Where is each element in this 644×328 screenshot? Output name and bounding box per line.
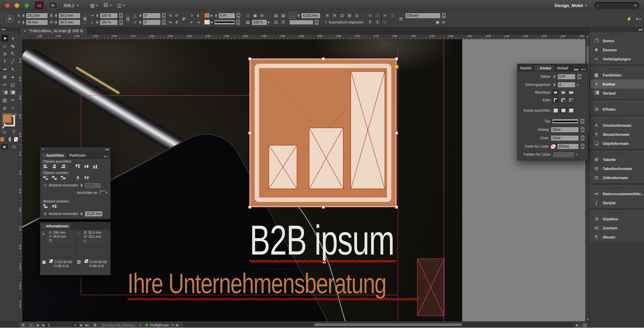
quick-apply-icon[interactable]: ⚡ (626, 16, 632, 21)
dock-item-zellenformate[interactable]: ⊡Zellenformate (590, 173, 644, 182)
rotation-field[interactable]: 0° (143, 13, 161, 18)
selection-handle[interactable] (248, 131, 251, 134)
clear-overrides-icon[interactable]: ▣ (435, 20, 440, 25)
object-shadow-button[interactable]: ▣ (252, 12, 258, 18)
horizontal-scroll-thumb[interactable] (314, 323, 462, 326)
tool-note-tool[interactable]: ▤ (1, 97, 8, 103)
tool-gradient-tool[interactable] (1, 89, 8, 96)
wrap-options-icon[interactable]: ⿓ (398, 16, 404, 21)
tool-free-transform-tool[interactable]: ◱ (9, 81, 16, 88)
formatting-affects-container-button[interactable]: ▢ (1, 129, 8, 135)
gap-color-swatch[interactable] (551, 144, 556, 149)
dock-item-absatzformate[interactable]: ¶Absatzformate (590, 130, 644, 139)
dock-item-seiten[interactable]: ❐Seiten (590, 36, 644, 45)
apply-none-button[interactable] (14, 137, 18, 142)
gap-color-dd[interactable] (580, 143, 585, 150)
stroke-weight-stepper[interactable] (214, 13, 218, 18)
rotate-ccw-icon[interactable]: ↺ (174, 13, 179, 18)
weight-field[interactable]: 5 Pt (557, 74, 576, 79)
scroll-right-icon[interactable]: ▶ (575, 324, 579, 327)
width-stepper[interactable] (54, 13, 58, 18)
stroke-type-field[interactable] (552, 119, 579, 124)
flip-horizontal-icon[interactable]: ⇋ (168, 20, 173, 25)
logo-bar-1[interactable] (268, 145, 297, 189)
page-number-dropdown[interactable]: 1▼ (46, 322, 79, 328)
constrain-scale-icon[interactable]: ⛓ (125, 13, 131, 25)
fit-frame-button[interactable]: ⊞ (346, 12, 353, 18)
document-tab[interactable]: × *148x148mm_4s.indd @ 308 % (19, 27, 88, 35)
tool-direct-selection-tool[interactable]: ➤ (9, 35, 16, 42)
horizontal-scrollbar[interactable] (183, 323, 573, 327)
tab-farbfelder[interactable]: Farbfel (517, 65, 534, 71)
scale-x-field[interactable]: 100 % (100, 13, 118, 18)
align-right-icon[interactable] (60, 164, 66, 169)
horizontal-space-icon[interactable] (52, 204, 57, 209)
tab-ausrichten[interactable]: ◇Ausrichten (40, 153, 67, 158)
stroke-type-dropdown[interactable] (214, 20, 235, 25)
frame-edges-button[interactable]: 回▼ (104, 2, 112, 8)
tool-type-tool[interactable]: T (1, 58, 8, 65)
constrain-proportions-icon[interactable]: ⛓ (82, 13, 88, 25)
logo-bar-3[interactable] (350, 71, 385, 189)
swap-fill-stroke-icon[interactable]: ⤲ (14, 113, 16, 117)
placeholder-frame[interactable] (417, 259, 444, 316)
dock-item-farbfelder[interactable]: ▦Farbfelder (590, 70, 644, 79)
spacing-field-1[interactable]: 0 mm (85, 182, 101, 188)
distribute-hcenter-icon[interactable] (84, 175, 89, 180)
reference-point-proxy[interactable] (6, 15, 13, 22)
bevel-join-icon[interactable] (568, 97, 574, 103)
tool-zoom-tool[interactable]: ⌕ (9, 104, 16, 111)
drop-shadow-button[interactable]: ⬚ (244, 12, 251, 18)
fill-color-swatch[interactable] (204, 13, 210, 18)
fill-proxy-swatch[interactable] (2, 114, 12, 123)
subline-text[interactable]: Ihre Unternehmensberatung (128, 269, 386, 297)
dock-item-ebenen[interactable]: ❖Ebenen (590, 45, 644, 54)
x-field[interactable]: 241 mm (26, 13, 48, 18)
stroke-type-dd[interactable] (580, 118, 585, 124)
align-centers-button[interactable]: ⫶ (374, 12, 381, 18)
prev-page-button[interactable]: ◀ (41, 324, 45, 327)
align-hcenter-icon[interactable] (52, 164, 57, 169)
bridge-button[interactable]: Br (49, 2, 57, 9)
tool-content-placer-tool[interactable]: ⇱ (9, 50, 16, 57)
select-container-icon[interactable]: P (180, 13, 189, 24)
height-field[interactable]: 39,5 mm (58, 19, 81, 25)
selection-handle[interactable] (322, 206, 325, 209)
select-parent-icon[interactable]: ♝ (195, 13, 201, 18)
shear-field[interactable]: 0° (143, 19, 161, 25)
flip-vertical-icon[interactable]: ⇵ (174, 20, 179, 25)
miter-stepper[interactable] (552, 82, 556, 88)
corner-stepper[interactable] (297, 13, 300, 18)
distribute-right-button[interactable]: ⋯ (382, 19, 388, 25)
shear-dropdown[interactable] (161, 19, 166, 25)
vertical-space-icon[interactable] (43, 204, 48, 209)
distribute-left-icon[interactable] (75, 175, 81, 180)
width-field[interactable]: 39,5 mm (58, 13, 81, 18)
align-panel-menu-icon[interactable]: ▼≡ (104, 155, 108, 158)
select-previous-icon[interactable]: ⇤ (189, 20, 195, 25)
align-more-dropdown[interactable]: ⋮ (389, 12, 396, 18)
autofit-checkbox[interactable] (324, 20, 328, 24)
dock-item-kontur[interactable]: ≡Kontur (590, 79, 644, 89)
align-to-dropdown[interactable]: ▼ (100, 190, 108, 195)
first-page-button[interactable]: |◀ (35, 324, 40, 327)
close-tab-icon[interactable]: × (24, 29, 26, 33)
fullscreen-window-button[interactable] (24, 3, 29, 8)
tool-gap-tool[interactable]: ↹ (9, 43, 16, 49)
align-bottom-icon[interactable] (93, 164, 98, 169)
align-left-icon[interactable] (43, 164, 48, 169)
fx-menu[interactable]: fx (259, 13, 264, 18)
align-top-icon[interactable] (75, 164, 81, 169)
center-content-button[interactable]: ⊙ (353, 12, 360, 18)
tab-pathfinder[interactable]: Pathfinder (67, 153, 89, 158)
horizontal-ruler[interactable]: 1851901952002052102152202252302352402452… (18, 35, 585, 40)
weight-dropdown[interactable] (577, 73, 582, 80)
stroke-weight-dropdown[interactable] (236, 12, 241, 19)
selection-handle[interactable] (395, 131, 398, 134)
weight-stepper[interactable] (552, 74, 556, 79)
preflight-profile-dropdown[interactable]: [Grundprofil] (Arbeitsp...▼ (102, 323, 142, 327)
fill-frame-prop-button[interactable]: ⧉ (331, 12, 338, 18)
y-field[interactable]: 46 mm (26, 19, 48, 25)
wrap-none-button[interactable]: ▤ (273, 12, 279, 18)
spacing-stepper-2[interactable] (80, 211, 83, 217)
